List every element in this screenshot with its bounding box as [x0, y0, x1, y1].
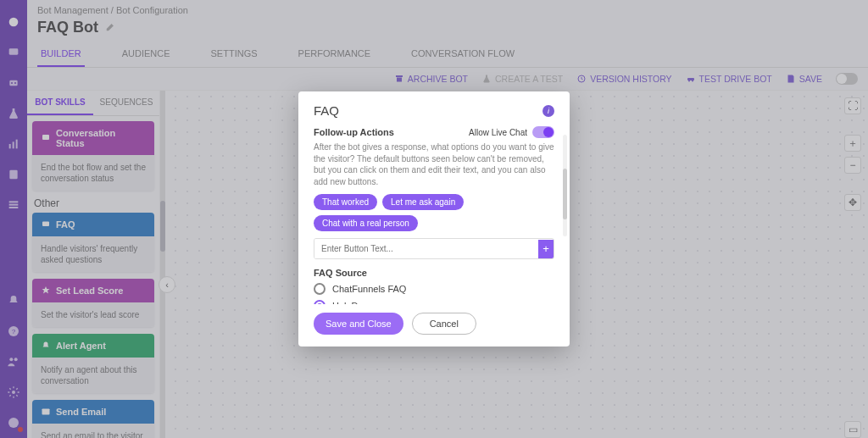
- new-button-input[interactable]: [314, 239, 538, 258]
- modal-body: Follow-up Actions Allow Live Chat After …: [298, 126, 570, 304]
- add-button-icon[interactable]: +: [538, 240, 554, 258]
- modal-scrollbar[interactable]: [563, 135, 567, 236]
- chip-chat-real-person[interactable]: Chat with a real person: [314, 215, 418, 231]
- followup-chips: That worked Let me ask again Chat with a…: [314, 194, 554, 231]
- live-chat-toggle[interactable]: [532, 126, 554, 138]
- chip-that-worked[interactable]: That worked: [314, 194, 377, 210]
- source-chatfunnels[interactable]: ChatFunnels FAQ: [314, 283, 554, 295]
- followup-description: After the bot gives a response, what opt…: [314, 141, 554, 187]
- modal-title: FAQ: [314, 103, 339, 118]
- chip-let-me-ask-again[interactable]: Let me ask again: [382, 194, 464, 210]
- followup-section-title: Follow-up Actions: [314, 127, 394, 137]
- faq-modal: FAQ i Follow-up Actions Allow Live Chat …: [298, 91, 570, 347]
- radio-icon: [314, 300, 326, 304]
- faq-source-title: FAQ Source: [314, 268, 554, 278]
- info-icon[interactable]: i: [542, 105, 554, 117]
- modal-overlay[interactable]: FAQ i Follow-up Actions Allow Live Chat …: [0, 0, 868, 438]
- radio-icon: [314, 283, 326, 295]
- live-chat-label: Allow Live Chat: [469, 128, 527, 137]
- new-button-input-row: +: [314, 238, 554, 259]
- save-and-close-button[interactable]: Save and Close: [314, 313, 403, 335]
- source-helpdocs[interactable]: HelpDocs: [314, 300, 554, 304]
- modal-header: FAQ i: [298, 91, 570, 126]
- modal-footer: Save and Close Cancel: [298, 304, 570, 347]
- cancel-button[interactable]: Cancel: [412, 313, 476, 335]
